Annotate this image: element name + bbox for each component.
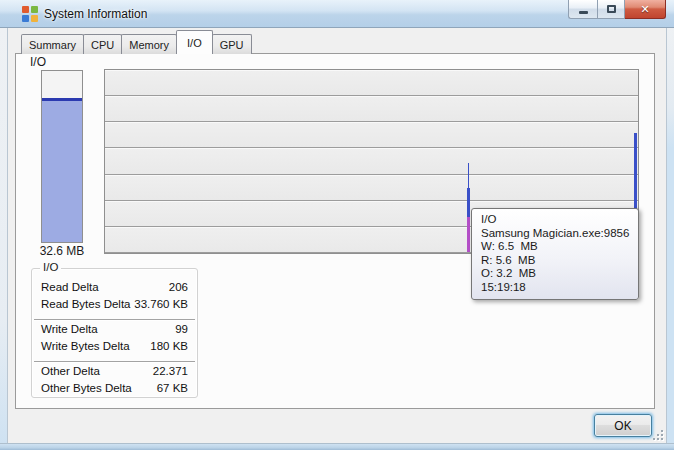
io-gauge-value: 32.6 MB (28, 244, 96, 258)
io-spike-segment (468, 163, 469, 188)
chart-row (105, 122, 638, 148)
tab-memory[interactable]: Memory (121, 34, 177, 54)
io-tooltip: I/O Samsung Magician.exe:9856 W: 6.5 MB … (471, 208, 639, 300)
stat-label: Read Bytes Delta (41, 296, 131, 313)
stat-value: 180 KB (150, 338, 188, 355)
io-tab-page: I/O 32.6 MB I/O Samsung Magician.exe:985… (15, 53, 655, 409)
io-spike-segment (467, 217, 470, 252)
ok-button[interactable]: OK (594, 414, 652, 437)
tooltip-timestamp: 15:19:18 (481, 281, 629, 295)
tooltip-write-value: W: 6.5 MB (481, 240, 629, 254)
stat-label: Write Delta (41, 321, 98, 338)
tab-summary[interactable]: Summary (21, 34, 84, 54)
stat-label: Write Bytes Delta (41, 338, 130, 355)
io-stats-group-label: I/O (40, 261, 61, 273)
stat-row: Read Delta206 (32, 279, 197, 296)
stat-label: Read Delta (41, 279, 99, 296)
chart-row (105, 96, 638, 122)
chart-row (105, 70, 638, 96)
io-stats-group: I/O Read Delta206Read Bytes Delta33.760 … (31, 268, 198, 398)
stat-value: 22.371 (153, 363, 188, 380)
io-gauge (41, 70, 83, 243)
io-gauge-fill (42, 98, 82, 242)
io-stats-list: Read Delta206Read Bytes Delta33.760 KBWr… (32, 279, 197, 397)
stat-row: Write Delta99 (32, 321, 197, 338)
tooltip-title: I/O (481, 213, 629, 227)
stat-separator (34, 313, 195, 320)
stat-label: Other Delta (41, 363, 100, 380)
stat-row: Other Bytes Delta67 KB (32, 380, 197, 397)
tooltip-process: Samsung Magician.exe:9856 (481, 227, 629, 241)
stat-label: Other Bytes Delta (41, 380, 132, 397)
stat-value: 33.760 KB (134, 296, 188, 313)
maximize-button[interactable] (597, 0, 625, 19)
stat-value: 99 (175, 321, 188, 338)
app-icon (22, 6, 38, 22)
stat-separator (34, 355, 195, 362)
stat-value: 67 KB (157, 380, 188, 397)
system-information-window: System Information ✕ SummaryCPUMemoryI/O… (0, 0, 674, 450)
stat-row: Other Delta22.371 (32, 363, 197, 380)
tooltip-read-value: R: 5.6 MB (481, 254, 629, 268)
tab-strip: SummaryCPUMemoryI/OGPU (21, 30, 251, 54)
close-icon: ✕ (640, 4, 649, 15)
tooltip-other-value: O: 3.2 MB (481, 267, 629, 281)
window-title: System Information (44, 7, 147, 21)
chart-row (105, 148, 638, 174)
stat-value: 206 (169, 279, 188, 296)
window-frame-right (666, 28, 674, 443)
tab-gpu[interactable]: GPU (212, 34, 252, 54)
io-section-label: I/O (30, 55, 46, 69)
window-frame-bottom (0, 443, 674, 450)
caption-buttons: ✕ (568, 0, 666, 20)
dialog-client-area: SummaryCPUMemoryI/OGPU I/O 32.6 MB I/O S… (8, 28, 666, 443)
stat-row: Read Bytes Delta33.760 KB (32, 296, 197, 313)
minimize-button[interactable] (568, 0, 597, 19)
chart-row (105, 175, 638, 201)
tab-cpu[interactable]: CPU (83, 34, 122, 54)
close-button[interactable]: ✕ (625, 0, 666, 19)
tab-i-o[interactable]: I/O (176, 30, 213, 54)
io-spike-segment (467, 188, 470, 218)
resize-grip[interactable] (651, 428, 664, 441)
minimize-icon (579, 11, 588, 14)
window-frame-left (0, 28, 8, 443)
maximize-icon (607, 5, 616, 13)
stat-row: Write Bytes Delta180 KB (32, 338, 197, 355)
